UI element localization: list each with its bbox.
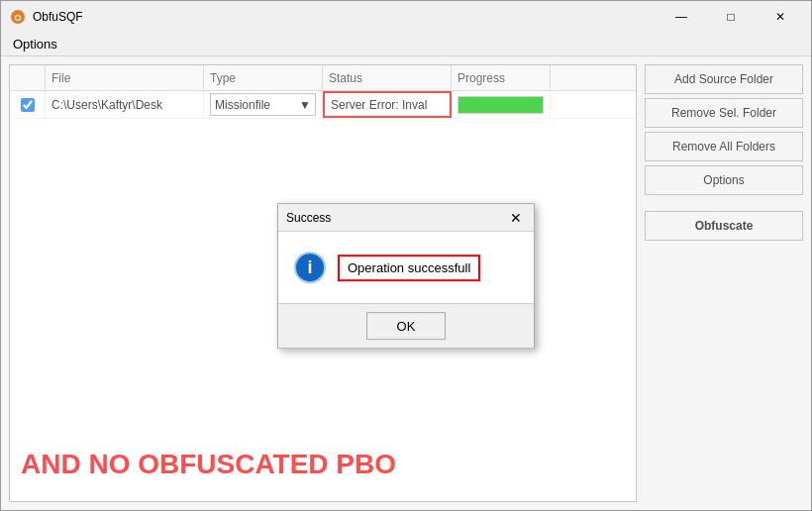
dialog-title: Success xyxy=(286,211,506,225)
dialog-message: Operation successfull xyxy=(338,255,480,281)
dialog-close-button[interactable]: ✕ xyxy=(506,208,526,228)
dialog-title-bar: Success ✕ xyxy=(278,204,534,232)
window-controls: — □ ✕ xyxy=(659,5,803,29)
ok-button[interactable]: OK xyxy=(366,312,446,340)
main-content: File Type Status Progress C:\Users\Kafty… xyxy=(1,56,811,510)
dialog-footer: OK xyxy=(278,303,534,348)
app-icon: O xyxy=(9,8,27,26)
window-title: ObfuSQF xyxy=(33,10,659,24)
menu-bar: Options xyxy=(1,33,811,56)
minimize-button[interactable]: — xyxy=(659,5,704,29)
info-icon: i xyxy=(294,252,326,283)
close-button[interactable]: ✕ xyxy=(758,5,803,29)
title-bar: O ObfuSQF — □ ✕ xyxy=(1,1,811,33)
options-menu[interactable]: Options xyxy=(5,35,65,53)
success-dialog: Success ✕ i Operation successfull OK xyxy=(277,203,535,349)
dialog-body: i Operation successfull xyxy=(278,232,534,303)
app-window: O ObfuSQF — □ ✕ Options File Type Status… xyxy=(0,0,812,511)
maximize-button[interactable]: □ xyxy=(708,5,754,29)
svg-text:O: O xyxy=(14,13,21,23)
